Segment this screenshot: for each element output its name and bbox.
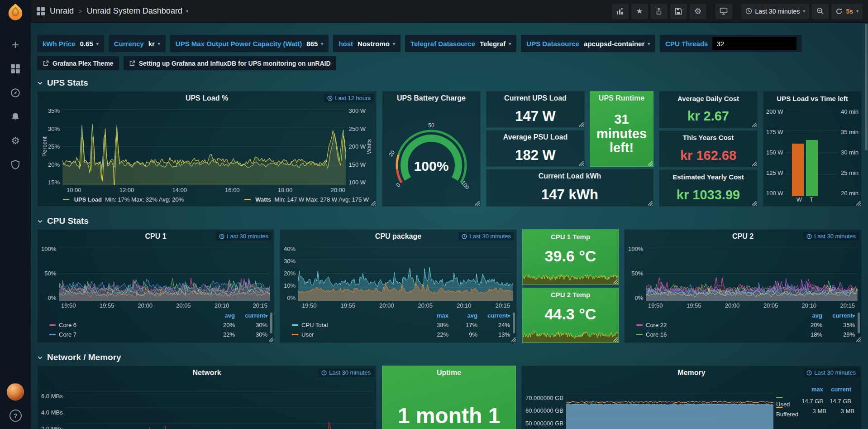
panel-time-override[interactable]: Last 30 minutes [216, 232, 272, 241]
dashboards-icon[interactable] [10, 63, 21, 75]
legend-scrollbar[interactable] [513, 313, 515, 333]
alerting-bell-icon[interactable] [10, 111, 21, 123]
explore-compass-icon[interactable] [10, 87, 21, 99]
panel-resize-handle[interactable] [856, 337, 861, 342]
page-scrollbar[interactable] [865, 24, 868, 150]
panel-resize-handle[interactable] [752, 201, 757, 206]
series-swatch [63, 199, 69, 200]
save-icon [675, 8, 682, 15]
zoom-out-time-button[interactable] [812, 4, 829, 19]
panel-resize-handle[interactable] [579, 161, 584, 166]
panel-time-override[interactable]: Last 12 hours [324, 94, 374, 102]
panel-time-override[interactable]: Last 30 minutes [803, 232, 859, 241]
chevron-down-icon: ▾ [321, 41, 323, 46]
help-icon[interactable]: ? [10, 410, 22, 422]
panel-title-ups-load[interactable]: UPS Load % Last 12 hours [38, 92, 376, 105]
star-dashboard-button[interactable]: ★ [631, 4, 648, 19]
stat-value: kr 1033.99 [659, 183, 757, 206]
chart-area[interactable] [62, 108, 346, 185]
panel-resize-handle[interactable] [613, 337, 618, 342]
configuration-gear-icon[interactable]: ⚙ [10, 135, 21, 147]
panel-resize-handle[interactable] [648, 201, 653, 206]
y-axis-label-watts: Watts [366, 108, 372, 185]
cpu-threads-input[interactable] [712, 37, 796, 50]
user-avatar[interactable] [7, 383, 24, 400]
y-axis-left: 70.000000 GB60.000000 GB50.000000 GB [525, 382, 566, 429]
save-dashboard-button[interactable] [670, 4, 687, 19]
panel-resize-handle[interactable] [856, 201, 861, 206]
legend-series-ups-load[interactable]: UPS Load Min: 17% Max: 32% Avg: 20% [63, 196, 184, 203]
stat-value: 31 minutes left! [590, 105, 653, 166]
legend-scrollbar[interactable] [858, 313, 860, 333]
panel-cpu-package: CPU package Last 30 minutes 40%30% 20%10… [280, 229, 517, 343]
x-axis: 10:0012:00 14:0016:00 18:0020:00 [67, 185, 345, 194]
panel-resize-handle[interactable] [371, 201, 376, 206]
panel-resize-handle[interactable] [752, 162, 757, 166]
panel-resize-handle[interactable] [511, 337, 516, 342]
dashboard-settings-button[interactable]: ⚙ [690, 4, 706, 19]
dashboard-grid-icon[interactable] [36, 7, 45, 16]
share-dashboard-button[interactable] [651, 4, 668, 19]
bar-watts[interactable] [792, 144, 804, 196]
section-ups-stats[interactable]: UPS Stats [37, 78, 862, 88]
panel-time-override[interactable]: Last 30 minutes [458, 232, 514, 241]
panel-current-ups-load: Current UPS Load 147 W [486, 91, 585, 128]
link-ups-monitoring-guide[interactable]: Setting up Grafana and InfluxDB for UPS … [124, 56, 336, 70]
var-currency[interactable]: Currency kr▾ [109, 35, 166, 52]
panel-resize-handle[interactable] [579, 122, 584, 127]
panel-resize-handle[interactable] [269, 337, 273, 342]
panel-resize-handle[interactable] [752, 123, 757, 127]
zoom-out-icon [816, 7, 824, 15]
section-cpu-stats[interactable]: CPU Stats [37, 216, 862, 226]
chart-area[interactable] [566, 382, 773, 429]
refresh-button[interactable]: 5s ▾ [831, 4, 863, 19]
grafana-logo[interactable] [6, 0, 24, 24]
add-icon[interactable]: + [10, 39, 21, 51]
dashboard-title-dropdown[interactable]: Unraid System Dashboard ▾ [87, 6, 188, 16]
bar-time-left[interactable] [806, 140, 818, 196]
var-telegraf-datasource[interactable]: Telegraf Datasource Telegraf▾ [405, 35, 516, 52]
chart-area[interactable] [66, 382, 372, 429]
clock-icon [327, 96, 333, 101]
chart-area[interactable] [59, 246, 270, 301]
stat-value: kr 2.67 [659, 105, 757, 128]
breadcrumb-folder[interactable]: Unraid [50, 6, 74, 16]
section-network-memory[interactable]: Network / Memory [37, 352, 862, 362]
panel-time-override[interactable]: Last 30 minutes [318, 368, 374, 377]
legend-table: max avg current▾ CPU Total 38%17%24% Use… [280, 310, 516, 342]
var-kwh-price[interactable]: kWh Price 0.65▾ [37, 35, 104, 52]
panel-resize-handle[interactable] [648, 161, 653, 166]
panel-resize-handle[interactable] [613, 280, 618, 284]
time-range-picker[interactable]: Last 30 minutes ▾ [741, 4, 810, 19]
panel-average-psu-load: Average PSU Load 182 W [486, 130, 585, 167]
stat-value: 147 kWh [486, 183, 653, 206]
grafana-flame-icon [6, 3, 24, 21]
var-ups-max-output[interactable]: UPS Max Output Power Capacity (Watt) 865… [170, 35, 329, 52]
add-panel-button[interactable] [612, 4, 629, 19]
panel-resize-handle[interactable] [475, 201, 480, 206]
cpu-temps-column: CPU 1 Temp 39.6 °C CPU 2 Temp 44.3 °C [522, 229, 619, 343]
clock-icon [745, 8, 752, 14]
panel-time-override[interactable]: Last 30 minutes [803, 368, 859, 377]
chevron-down-icon: ▾ [186, 9, 188, 14]
sort-caret-icon: ▾ [853, 313, 855, 318]
server-admin-shield-icon[interactable] [10, 159, 21, 171]
share-icon [655, 8, 663, 15]
var-host[interactable]: host Nostromo▾ [333, 35, 401, 52]
chevron-down-icon [37, 80, 43, 86]
bar-chart-area[interactable] [786, 109, 838, 196]
panel-network: Network Last 30 minutes 6.0 MBs4.0 MBs2.… [37, 366, 377, 429]
sparkline [523, 269, 618, 284]
chevron-down-icon: ▾ [393, 41, 395, 46]
chart-area[interactable] [298, 246, 513, 301]
panel-title[interactable]: UPS Battery Charge [382, 92, 480, 105]
chart-area[interactable] [646, 246, 858, 301]
costs-column: Average Daily Cost kr 2.67 This Years Co… [659, 91, 758, 207]
legend-series-watts[interactable]: Watts Min: 147 W Max: 278 W Avg: 175 W [244, 196, 369, 203]
cycle-view-mode-button[interactable] [715, 4, 732, 19]
var-ups-datasource[interactable]: UPS Datasource apcupsd-container▾ [521, 35, 655, 52]
legend-scrollbar[interactable] [270, 313, 272, 333]
legend-table: maxcurrent Used 14.7 GB14.7 GB Buffered … [773, 382, 858, 429]
link-grafana-plex-theme[interactable]: Grafana Plex Theme [37, 56, 119, 70]
stat-value: kr 162.68 [659, 145, 757, 167]
